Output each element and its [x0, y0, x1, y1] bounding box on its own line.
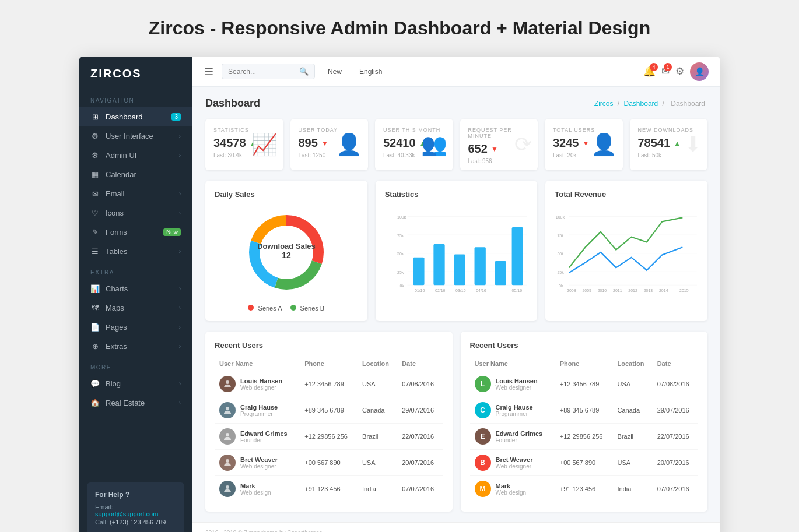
th-phone-left: Phone	[300, 357, 358, 371]
stat-card-total-users: TOTAL USERS 3245 ▼ Last: 20k 👤	[545, 119, 623, 170]
new-button[interactable]: New	[323, 65, 346, 78]
avatar: B	[475, 455, 491, 471]
svg-point-46	[226, 407, 229, 410]
real-estate-icon: 🏠	[90, 399, 100, 407]
topbar: ☰ 🔍 New English 🔔 4 ✉ 1	[192, 57, 720, 87]
notification-button[interactable]: 🔔 4	[643, 65, 656, 77]
svg-text:04/16: 04/16	[476, 288, 486, 293]
breadcrumb-dashboard[interactable]: Dashboard	[624, 100, 658, 108]
nav-section-label: NAVIGATION	[79, 89, 192, 107]
sidebar-item-dashboard[interactable]: ⊞ Dashboard 3	[79, 107, 192, 126]
table-row: Bret Weaver Web designer +00 567 890 USA…	[215, 450, 443, 476]
sidebar-label-tables: Tables	[106, 247, 173, 256]
stat-value-2: 52410	[383, 136, 416, 150]
sidebar-label-forms: Forms	[106, 228, 157, 237]
message-badge: 1	[664, 63, 672, 71]
sidebar-item-tables[interactable]: ☰ Tables ›	[79, 242, 192, 261]
svg-text:Download Sales: Download Sales	[257, 242, 316, 251]
stat-value-5: 78541	[638, 136, 671, 150]
users-table-left: User Name Phone Location Date	[215, 357, 443, 502]
footer-text: 2016 - 2019 © Zircos theme by Codertheme…	[205, 530, 324, 532]
charts-row: Daily Sales Download Sales	[205, 181, 707, 321]
stat-bg-icon-5: ⬇	[684, 132, 702, 157]
sidebar-item-pages[interactable]: 📄 Pages ›	[79, 318, 192, 337]
search-input[interactable]	[228, 68, 296, 76]
th-phone-right: Phone	[555, 357, 613, 371]
users-table-right: User Name Phone Location Date L	[470, 357, 699, 502]
settings-button[interactable]: ⚙	[675, 65, 684, 77]
sidebar-item-maps[interactable]: 🗺 Maps ›	[79, 298, 192, 318]
statistics-card: Statistics 100k 75k 50k 25k 0k	[376, 181, 538, 321]
avatar[interactable]: 👤	[690, 62, 709, 81]
message-button[interactable]: ✉ 1	[661, 65, 670, 77]
arrow-down-4: ▼	[583, 139, 590, 147]
forms-icon: ✎	[90, 228, 100, 237]
page-title: Zircos - Responsive Admin Dashboard + Ma…	[23, 17, 776, 39]
sidebar-item-icons[interactable]: ♡ Icons ›	[79, 203, 192, 223]
avatar: C	[475, 402, 491, 418]
sidebar-item-admin-ui[interactable]: ⚙ Admin UI ›	[79, 146, 192, 165]
stat-bg-icon-4: 👤	[591, 132, 617, 157]
sidebar-item-calendar[interactable]: ▦ Calendar	[79, 165, 192, 184]
sidebar-item-user-interface[interactable]: ⚙ User Interface ›	[79, 126, 192, 146]
chevron-icon-admin: ›	[179, 152, 181, 158]
help-email-label: Email: support@support.com	[95, 503, 176, 517]
language-selector[interactable]: English	[355, 65, 387, 78]
bar-chart: 100k 75k 50k 25k 0k	[385, 206, 528, 299]
sidebar-label-ui: User Interface	[106, 132, 173, 140]
svg-text:02/16: 02/16	[435, 288, 446, 293]
sidebar-item-extras[interactable]: ⊕ Extras ›	[79, 337, 192, 356]
blog-icon: 💬	[90, 379, 100, 388]
chevron-icon-email: ›	[179, 191, 181, 197]
main-content: ☰ 🔍 New English 🔔 4 ✉ 1	[192, 57, 720, 532]
svg-text:2014: 2014	[659, 288, 668, 293]
svg-rect-21	[511, 227, 523, 285]
stat-card-user-month: USER THIS MONTH 52410 ▲ Last: 40.33k 👥	[375, 119, 453, 170]
svg-rect-16	[413, 258, 424, 285]
sidebar-label-extras: Extras	[106, 342, 173, 351]
help-box: For Help ? Email: support@support.com Ca…	[87, 482, 184, 532]
sidebar-label-blog: Blog	[106, 379, 173, 388]
tables-icon: ☰	[90, 247, 100, 256]
table-row: B Bret Weaver Web designer +00 567 890 U…	[470, 450, 699, 476]
table-row: Craig Hause Programmer +89 345 6789 Cana…	[215, 397, 443, 424]
chevron-icon-blog: ›	[179, 380, 181, 387]
hamburger-icon[interactable]: ☰	[204, 65, 213, 78]
sidebar-label-admin: Admin UI	[106, 151, 173, 160]
sidebar-item-real-estate[interactable]: 🏠 Real Estate ›	[79, 393, 192, 413]
sidebar: ZIRCOS NAVIGATION ⊞ Dashboard 3 ⚙ User I…	[79, 57, 192, 532]
stat-bg-icon-0: 📈	[251, 132, 278, 157]
breadcrumb-zircos[interactable]: Zircos	[594, 100, 614, 108]
breadcrumb-current: Dashboard	[671, 100, 705, 108]
donut-legend: Series A Series B	[248, 305, 324, 312]
heart-icon: ♡	[90, 209, 100, 217]
stat-card-user-today: USER TODAY 895 ▼ Last: 1250 👤	[290, 119, 369, 170]
statistics-chart-title: Statistics	[385, 190, 528, 199]
avatar	[219, 428, 236, 445]
svg-point-49	[226, 485, 229, 489]
th-location-left: Location	[358, 357, 397, 371]
recent-users-left-title: Recent Users	[215, 341, 443, 350]
avatar: M	[475, 481, 491, 497]
chevron-icon-icons: ›	[179, 210, 181, 216]
maps-icon: 🗺	[90, 304, 100, 312]
pages-icon: 📄	[90, 323, 100, 332]
sidebar-label-icons: Icons	[106, 209, 173, 217]
table-row: Edward Grimes Founder +12 29856 256 Braz…	[215, 424, 443, 450]
sidebar-item-blog[interactable]: 💬 Blog ›	[79, 374, 192, 393]
legend-series-b: Series B	[290, 305, 325, 312]
svg-text:05/16: 05/16	[511, 288, 522, 293]
th-location-right: Location	[613, 357, 653, 371]
chevron-icon-ui: ›	[179, 133, 181, 139]
stat-cards: STATISTICS 34578 ▲ Last: 30.4k 📈 USER TO…	[205, 119, 707, 170]
legend-series-a: Series A	[248, 305, 282, 312]
sidebar-item-email[interactable]: ✉ Email ›	[79, 184, 192, 203]
stat-value-4: 3245	[553, 136, 579, 150]
stat-value-3: 652	[468, 142, 488, 156]
breadcrumb-title: Dashboard	[205, 97, 260, 110]
sidebar-item-charts[interactable]: 📊 Charts ›	[79, 279, 192, 298]
search-box[interactable]: 🔍	[222, 64, 315, 79]
help-email-link[interactable]: support@support.com	[95, 510, 158, 517]
sidebar-item-forms[interactable]: ✎ Forms New	[79, 223, 192, 242]
avatar: E	[475, 428, 491, 445]
